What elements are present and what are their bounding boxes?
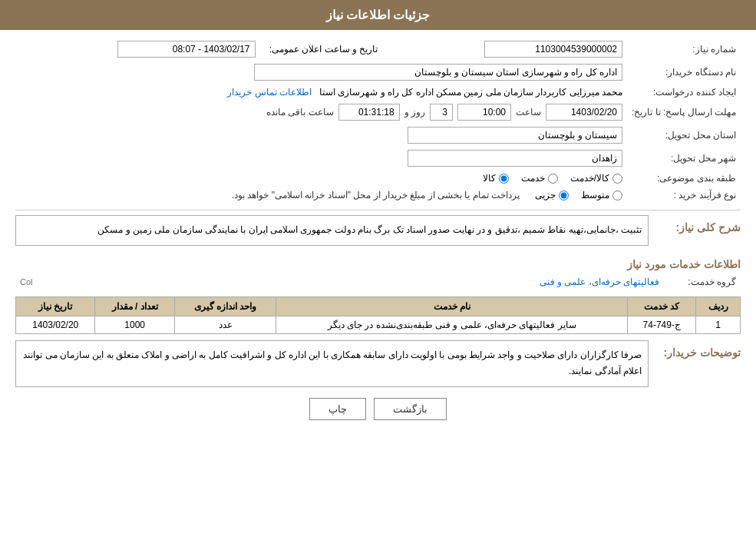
table-row: استان محل تحویل: سیستان و بلوچستان <box>15 124 741 147</box>
group-label: گروه خدمت: <box>664 273 741 290</box>
table-row: 1 ج-749-74 سایر فعالیتهای حرفه‌ای، علمی … <box>16 316 741 333</box>
category-service-radio[interactable] <box>548 174 558 184</box>
table-row: ایجاد کننده درخواست: محمد میرزایی کاربرد… <box>15 84 741 101</box>
city-value: زاهدان <box>15 147 627 170</box>
category-service-option[interactable]: خدمت <box>521 173 558 184</box>
page-header: جزئیات اطلاعات نیاز <box>0 0 756 30</box>
buyer-notes-label: توضیحات خریدار: <box>649 346 741 359</box>
divider <box>15 210 741 210</box>
category-goods-service-radio[interactable] <box>612 174 622 184</box>
time-label: ساعت <box>516 107 541 118</box>
button-row: بازگشت چاپ <box>15 398 741 420</box>
description-text: تثبیت ،جانمایی،تهیه نقاط شمیم ،تدقیق و د… <box>15 215 649 246</box>
back-button[interactable]: بازگشت <box>374 398 447 420</box>
table-row: شهر محل تحویل: زاهدان <box>15 147 741 170</box>
main-content: شماره نیاز: 1103004539000002 تاریخ و ساع… <box>0 30 756 439</box>
table-row: مهلت ارسال پاسخ: تا تاریخ: 1403/02/20 سا… <box>15 101 741 124</box>
category-options: کالا/خدمت خدمت کالا <box>15 170 627 187</box>
category-goods-radio[interactable] <box>499 174 509 184</box>
creator-info: محمد میرزایی کاربردار سازمان ملی زمین مس… <box>15 84 627 101</box>
table-header-row: ردیف کد خدمت نام خدمت واحد اندازه گیری ت… <box>16 297 741 316</box>
buyer-notes-text: صرفا کارگزاران دارای صلاحیت و واجد شرایط… <box>15 340 649 387</box>
deadline-row: 1403/02/20 ساعت 10:00 3 روز و 01:31:18 س… <box>15 101 627 124</box>
deadline-time-field: 10:00 <box>457 104 511 121</box>
city-field: زاهدان <box>408 150 622 167</box>
announce-date-field: 1403/02/17 - 08:07 <box>117 41 256 58</box>
process-label: نوع فرآیند خرید : <box>627 187 741 204</box>
description-label: شرح کلی نیاز: <box>649 221 741 234</box>
th-unit: واحد اندازه گیری <box>174 297 276 316</box>
buyer-org-value: اداره کل راه و شهرسازی استان سیستان و بل… <box>15 61 627 84</box>
table-row: طبقه بندی موضوعی: کالا/خدمت خدمت <box>15 170 741 187</box>
table-row: نوع فرآیند خرید : متوسط جزیی پرداخت تمام… <box>15 187 741 204</box>
remaining-label: ساعت باقی مانده <box>266 107 334 118</box>
cell-unit: عدد <box>174 316 276 333</box>
services-section-title: اطلاعات خدمات مورد نیاز <box>15 258 741 270</box>
process-medium-option[interactable]: متوسط <box>581 190 622 200</box>
send-date-label: مهلت ارسال پاسخ: تا تاریخ: <box>627 101 741 124</box>
th-service-code: کد خدمت <box>628 297 696 316</box>
description-section: شرح کلی نیاز: تثبیت ،جانمایی،تهیه نقاط ش… <box>15 215 741 252</box>
group-value: فعالیتهای حرفه‌ای، علمی و فنی <box>77 273 664 290</box>
province-label: استان محل تحویل: <box>627 124 741 147</box>
table-row: گروه خدمت: فعالیتهای حرفه‌ای، علمی و فنی… <box>15 273 741 290</box>
cell-service-name: سایر فعالیتهای حرفه‌ای، علمی و فنی طبقه‌… <box>276 316 628 333</box>
process-note: پرداخت تمام یا بخشی از مبلغ خریدار از مح… <box>232 190 520 200</box>
col-label: Col <box>15 273 77 290</box>
need-number-value: 1103004539000002 <box>383 38 627 61</box>
process-options: متوسط جزیی پرداخت تمام یا بخشی از مبلغ خ… <box>15 187 627 204</box>
category-label: طبقه بندی موضوعی: <box>627 170 741 187</box>
th-service-name: نام خدمت <box>276 297 628 316</box>
th-row-num: ردیف <box>696 297 741 316</box>
cell-quantity: 1000 <box>95 316 174 333</box>
need-number-field: 1103004539000002 <box>484 41 622 58</box>
need-number-label: شماره نیاز: <box>627 38 741 61</box>
info-table: شماره نیاز: 1103004539000002 تاریخ و ساع… <box>15 38 741 204</box>
announce-date-label: تاریخ و ساعت اعلان عمومی: <box>260 38 383 61</box>
buyer-notes-section: توضیحات خریدار: صرفا کارگزاران دارای صلا… <box>15 340 741 387</box>
cell-row-num: 1 <box>696 316 741 333</box>
services-table: ردیف کد خدمت نام خدمت واحد اندازه گیری ت… <box>15 297 741 334</box>
creator-link[interactable]: اطلاعات تماس خریدار <box>227 87 312 98</box>
buyer-org-label: نام دستگاه خریدار: <box>627 61 741 84</box>
province-field: سیستان و بلوچستان <box>408 127 622 144</box>
deadline-days-field: 3 <box>430 104 453 121</box>
group-table: گروه خدمت: فعالیتهای حرفه‌ای، علمی و فنی… <box>15 273 741 290</box>
group-value-link[interactable]: فعالیتهای حرفه‌ای، علمی و فنی <box>540 277 659 287</box>
cell-date: 1403/02/20 <box>16 316 95 333</box>
print-button[interactable]: چاپ <box>309 398 366 420</box>
process-partial-option[interactable]: جزیی <box>535 190 569 200</box>
buyer-org-field: اداره کل راه و شهرسازی استان سیستان و بل… <box>254 64 622 81</box>
creator-label: ایجاد کننده درخواست: <box>627 84 741 101</box>
announce-date-value: 1403/02/17 - 08:07 <box>15 38 260 61</box>
th-date: تاریخ نیاز <box>16 297 95 316</box>
city-label: شهر محل تحویل: <box>627 147 741 170</box>
category-goods-service-option[interactable]: کالا/خدمت <box>570 173 622 184</box>
process-medium-radio[interactable] <box>612 190 622 200</box>
table-row: شماره نیاز: 1103004539000002 تاریخ و ساع… <box>15 38 741 61</box>
page-wrapper: جزئیات اطلاعات نیاز شماره نیاز: 11030045… <box>0 0 756 540</box>
table-row: نام دستگاه خریدار: اداره کل راه و شهرساز… <box>15 61 741 84</box>
page-title: جزئیات اطلاعات نیاز <box>326 8 431 22</box>
cell-service-code: ج-749-74 <box>628 316 696 333</box>
province-value: سیستان و بلوچستان <box>15 124 627 147</box>
process-partial-radio[interactable] <box>559 190 569 200</box>
deadline-date-field: 1403/02/20 <box>546 104 622 121</box>
creator-name: محمد میرزایی کاربردار سازمان ملی زمین مس… <box>319 87 622 98</box>
th-quantity: تعداد / مقدار <box>95 297 174 316</box>
days-label: روز و <box>404 107 425 118</box>
category-goods-option[interactable]: کالا <box>483 173 509 184</box>
deadline-remaining-field: 01:31:18 <box>338 104 400 121</box>
